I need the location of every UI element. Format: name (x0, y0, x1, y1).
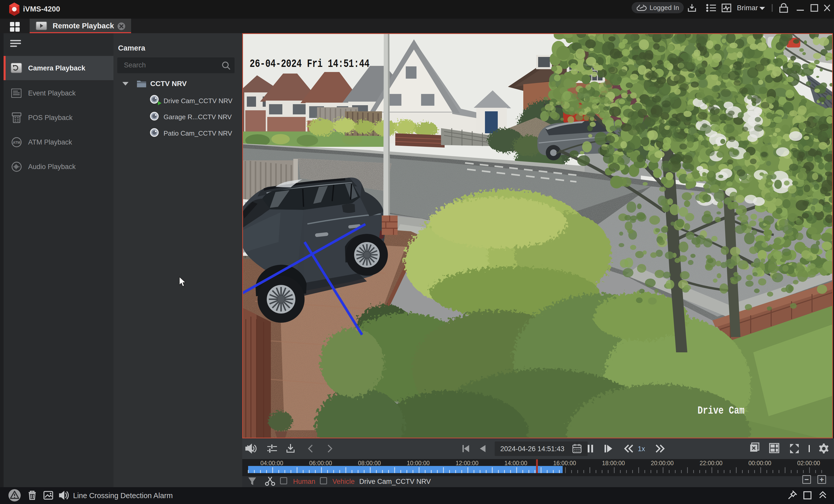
svg-text:26-04-2024 Fri 14:51:44: 26-04-2024 Fri 14:51:44 (250, 58, 370, 70)
svg-text:ATM: ATM (13, 140, 20, 144)
svg-text:Drive Cam: Drive Cam (698, 405, 745, 417)
